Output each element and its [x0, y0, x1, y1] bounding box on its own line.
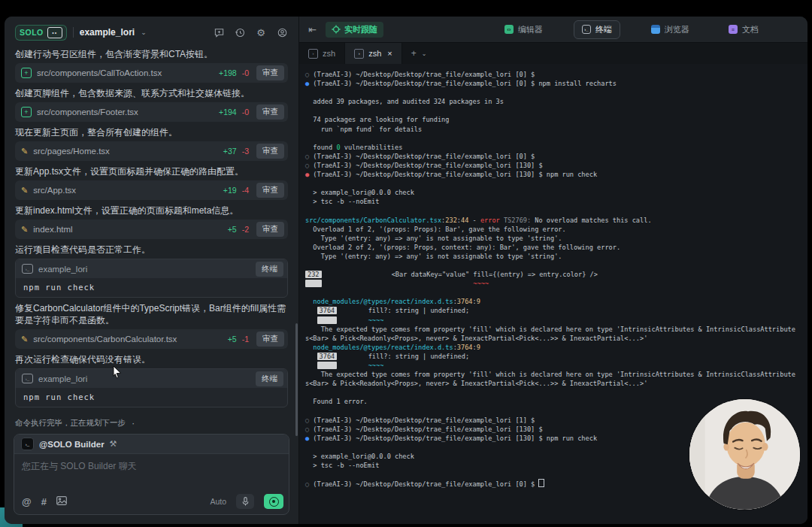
terminal-icon: ›_	[582, 25, 591, 34]
tools-icon[interactable]: ⚒	[110, 439, 117, 449]
editor-icon: ‹›	[504, 25, 514, 34]
close-tab-icon[interactable]: ×	[387, 49, 392, 58]
review-button[interactable]: 审查	[256, 222, 284, 237]
chat-agent-header: ›_ @SOLO Builder ⚒	[14, 435, 289, 454]
agent-mention-label[interactable]: @SOLO Builder	[39, 440, 105, 449]
deletions-count: -2	[242, 225, 249, 234]
record-stop-button[interactable]	[264, 494, 283, 509]
terminal-line: s<Bar> & Pick<Readonly<Props>, never> & …	[305, 334, 801, 343]
additions-count: +5	[228, 335, 237, 344]
file-change-row[interactable]: +src/components/Footer.tsx+194-0审查	[15, 102, 288, 122]
image-attach-icon[interactable]	[56, 496, 67, 507]
file-change-row[interactable]: ✎src/App.tsx+19-4审查	[15, 180, 288, 200]
additions-count: +37	[223, 147, 237, 156]
review-button[interactable]: 审查	[256, 144, 284, 159]
tab-terminal[interactable]: ›_终端	[574, 20, 620, 39]
solo-mode-icon: ••	[47, 27, 62, 38]
assistant-message: 再次运行检查确保代码没有错误。	[15, 353, 288, 365]
terminal-run-card[interactable]: ›_example_lori终端npm run check	[15, 259, 288, 298]
terminal-card-header: ›_example_lori终端	[16, 259, 287, 278]
plus-icon[interactable]: +	[411, 48, 417, 59]
header-divider	[73, 27, 74, 38]
history-icon[interactable]	[234, 26, 246, 38]
terminal-line: node_modules/@types/react/index.d.ts:376…	[305, 343, 801, 352]
terminal-line	[305, 106, 801, 115]
solo-label: SOLO	[20, 28, 44, 37]
live-follow-label: 实时跟随	[344, 24, 377, 35]
file-change-row[interactable]: ✎src/components/CarbonCalculator.tsx+5-1…	[15, 329, 288, 349]
terminal-card-name: example_lori	[38, 265, 248, 274]
file-path: src/App.tsx	[33, 186, 218, 195]
terminal-line: added 39 packages, and audited 324 packa…	[305, 97, 801, 106]
terminal-line: ○ (TraeAI-3) ~/Desktop/Desktop/trae_file…	[305, 152, 801, 161]
status-text: 命令执行完毕，正在规划下一步	[15, 418, 126, 429]
terminal-line: found 0 vulnerabilities	[305, 143, 801, 152]
terminal-line: > example_lori@0.0.0 check	[305, 188, 801, 197]
browser-icon	[651, 25, 660, 34]
settings-gear-icon[interactable]: ⚙	[255, 26, 267, 38]
tab-label: 浏览器	[665, 24, 689, 35]
agent-panel-header: SOLO •• example_lori ⌄ ⚙	[15, 21, 288, 44]
review-button[interactable]: 审查	[256, 65, 284, 80]
terminal-line	[305, 88, 801, 97]
solo-builder-icon: ›_	[21, 438, 34, 450]
open-terminal-button[interactable]: 终端	[256, 371, 283, 386]
edit-file-icon: ✎	[21, 225, 28, 235]
left-scrollbar-thumb[interactable]	[295, 323, 298, 436]
webcam-person	[689, 399, 800, 510]
terminal-card-name: example_lori	[38, 374, 248, 383]
docs-icon: ≡	[729, 25, 738, 34]
shell-tab-zsh-2[interactable]: ›zsh×	[345, 43, 402, 64]
header-actions: ⚙	[213, 26, 288, 38]
app-window: SOLO •• example_lori ⌄ ⚙ 创建行动号召区组件，包含渐变背…	[5, 17, 807, 524]
tab-editor[interactable]: ‹›编辑器	[496, 20, 551, 39]
chat-input[interactable]	[14, 454, 307, 498]
deletions-count: -3	[242, 147, 249, 156]
terminal-line: 232 <Bar dataKey="value" fill={(entry) =…	[305, 270, 801, 279]
file-path: src/components/CallToAction.tsx	[37, 68, 214, 77]
review-button[interactable]: 审查	[256, 104, 284, 120]
terminal-line	[305, 288, 801, 297]
new-terminal-button[interactable]: +⌄	[402, 43, 436, 64]
live-follow-badge[interactable]: 实时跟随	[326, 22, 383, 38]
microphone-button[interactable]	[236, 494, 254, 509]
terminal-line: ~~~~	[305, 316, 801, 325]
chevron-down-icon[interactable]: ⌄	[422, 50, 427, 57]
assistant-message: 修复CarbonCalculator组件中的TypeScript错误，Bar组件…	[15, 302, 288, 326]
review-button[interactable]: 审查	[256, 332, 284, 347]
file-change-row[interactable]: ✎src/pages/Home.tsx+37-3审查	[15, 141, 288, 161]
agent-status: 命令执行完毕，正在规划下一步 ·	[5, 414, 298, 431]
terminal-line: ○ (TraeAI-3) ~/Desktop/Desktop/trae_file…	[305, 161, 801, 170]
tab-browser[interactable]: 浏览器	[643, 20, 698, 39]
solo-agent-panel: SOLO •• example_lori ⌄ ⚙ 创建行动号召区组件，包含渐变背…	[5, 17, 299, 524]
terminal-tab-bar: ›zsh›zsh×+⌄	[299, 42, 807, 64]
project-name[interactable]: example_lori	[80, 27, 135, 38]
terminal-line: The expected type comes from property 'f…	[305, 325, 801, 334]
auto-mode-label[interactable]: Auto	[210, 497, 226, 506]
collapse-panel-icon[interactable]: ⇤	[308, 24, 317, 35]
review-button[interactable]: 审查	[256, 183, 284, 198]
new-chat-icon[interactable]	[213, 26, 225, 38]
account-icon[interactable]	[276, 26, 288, 38]
terminal-run-card[interactable]: ›_example_lori终端npm run check	[15, 368, 288, 407]
file-change-row[interactable]: +src/components/CallToAction.tsx+198-0审查	[15, 63, 288, 83]
shell-tab-zsh-1[interactable]: ›zsh	[299, 43, 345, 64]
terminal-line	[305, 388, 801, 397]
webcam-overlay	[689, 399, 800, 510]
terminal-line	[305, 179, 801, 188]
crosshair-icon	[332, 25, 341, 34]
terminal-line: Overload 2 of 2, '(props: Props, context…	[305, 243, 801, 252]
context-hash-icon[interactable]: #	[41, 496, 47, 507]
solo-mode-badge[interactable]: SOLO ••	[15, 25, 67, 41]
terminal-line: s<Bar> & Pick<Readonly<Props>, never> & …	[305, 379, 801, 388]
mention-icon[interactable]: @	[22, 496, 32, 507]
terminal-icon: ›_	[22, 264, 33, 274]
chat-input-toolbar: @ # Auto	[22, 494, 283, 509]
terminal-line: Overload 1 of 2, '(props: Props): Bar', …	[305, 225, 801, 234]
additions-count: +194	[219, 108, 237, 117]
file-path: src/pages/Home.tsx	[33, 147, 218, 156]
tab-docs[interactable]: ≡文档	[720, 20, 767, 39]
file-change-row[interactable]: ✎index.html+5-2审查	[15, 220, 288, 239]
open-terminal-button[interactable]: 终端	[256, 262, 283, 277]
chevron-down-icon[interactable]: ⌄	[141, 29, 147, 36]
